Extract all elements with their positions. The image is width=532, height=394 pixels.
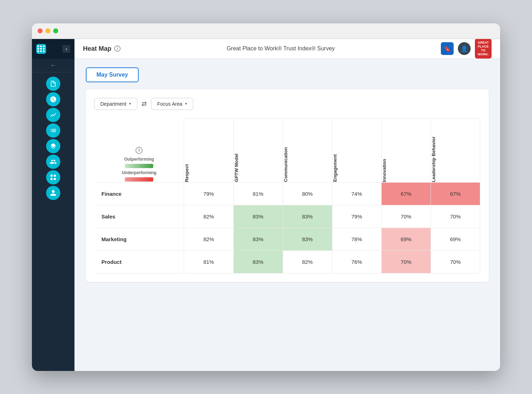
marketing-leadership: 69% <box>431 228 480 250</box>
logo-dot <box>37 50 39 52</box>
maximize-button[interactable] <box>53 28 58 33</box>
product-respect: 81% <box>184 250 233 273</box>
finance-gptw: 81% <box>233 182 283 205</box>
outperforming-label: Outperforming <box>124 157 154 162</box>
logo-dot <box>40 45 42 47</box>
product-communication: 82% <box>283 250 332 273</box>
marketing-gptw: 83% <box>233 228 283 250</box>
sidebar-items <box>32 72 74 204</box>
col-header-innovation: Innovation <box>381 118 431 182</box>
sidebar-item-chart[interactable] <box>46 108 60 122</box>
survey-title: Great Place to Work® Trust Index® Survey <box>227 45 335 52</box>
underperforming-bar <box>125 177 153 182</box>
table-row: Finance 79% 81% 80% 74% 67% 67% <box>94 182 480 205</box>
survey-tab[interactable]: May Survey <box>86 67 139 82</box>
logo-dot <box>37 48 39 50</box>
heatmap-tbody: Finance 79% 81% 80% 74% 67% 67% Sales <box>94 182 480 273</box>
gptw-line3: To <box>478 49 489 52</box>
sidebar-item-reports[interactable] <box>46 77 60 91</box>
svg-rect-1 <box>54 174 56 177</box>
header-title-area: Heat Map ℹ <box>83 45 121 52</box>
product-gptw: 83% <box>233 250 283 273</box>
marketing-respect: 82% <box>184 228 233 250</box>
sidebar-item-history[interactable] <box>46 92 60 106</box>
col-header-gptw-model: GPTW Model <box>233 118 283 182</box>
sidebar-item-people[interactable] <box>46 155 60 169</box>
focus-area-filter-label: Focus Area <box>157 101 182 107</box>
logo-dot <box>43 45 45 47</box>
app-window: › ← <box>32 23 500 371</box>
sidebar: › ← <box>32 39 74 371</box>
sidebar-item-user[interactable] <box>46 186 60 200</box>
department-label-product: Product <box>94 250 184 273</box>
sidebar-logo <box>36 44 46 54</box>
table-row: Sales 82% 83% 83% 79% 70% 70% <box>94 205 480 228</box>
sidebar-item-heatmap[interactable] <box>46 170 60 184</box>
department-filter-label: Department <box>100 101 126 107</box>
marketing-engagement: 78% <box>332 228 381 250</box>
product-engagement: 76% <box>332 250 381 273</box>
product-leadership: 70% <box>431 250 480 273</box>
col-header-innovation-text: Innovation <box>382 159 387 182</box>
department-label-sales: Sales <box>94 205 184 228</box>
finance-respect: 79% <box>184 182 233 205</box>
marketing-communication: 83% <box>283 228 332 250</box>
swap-icon[interactable]: ⇄ <box>142 100 147 108</box>
department-label-finance: Finance <box>94 182 184 205</box>
logo-dot <box>40 50 42 52</box>
header: Heat Map ℹ Great Place to Work® Trust In… <box>74 39 500 59</box>
sales-innovation: 70% <box>381 205 431 228</box>
sidebar-top: › <box>32 39 74 59</box>
back-arrow-icon[interactable]: ← <box>50 62 56 69</box>
gptw-line4: Work. <box>478 52 489 56</box>
gptw-logo[interactable]: Great Place To Work. <box>475 39 492 59</box>
sidebar-item-list[interactable] <box>46 123 60 138</box>
col-header-communication: Communication <box>283 118 332 182</box>
survey-tab-bar: May Survey <box>86 67 489 82</box>
bookmark-button[interactable]: 🔖 <box>441 42 454 55</box>
logo-dot <box>43 48 45 50</box>
filter-row: Department ▾ ⇄ Focus Area ▾ <box>94 98 480 110</box>
header-center: Great Place to Work® Trust Index® Survey <box>126 45 435 52</box>
finance-communication: 80% <box>283 182 332 205</box>
logo-icon <box>36 44 46 54</box>
col-header-communication-text: Communication <box>283 147 289 182</box>
page-title: Heat Map <box>83 45 111 52</box>
finance-leadership: 67% <box>431 182 480 205</box>
focus-area-chevron-icon: ▾ <box>185 101 187 106</box>
gptw-line2: Place <box>478 45 489 49</box>
svg-rect-3 <box>54 178 56 180</box>
user-icon: 👤 <box>461 45 468 52</box>
finance-innovation: 67% <box>381 182 431 205</box>
col-header-engagement: Engagement <box>332 118 381 182</box>
logo-dot <box>37 45 39 47</box>
legend-cell: ℹ Outperforming Underperforming <box>94 118 184 182</box>
sales-engagement: 79% <box>332 205 381 228</box>
department-filter-button[interactable]: Department ▾ <box>94 98 137 110</box>
minimize-button[interactable] <box>45 28 50 33</box>
sidebar-back: ← <box>32 59 74 72</box>
table-row: Marketing 82% 83% 83% 78% 69% 69% <box>94 228 480 250</box>
info-icon[interactable]: ℹ <box>114 45 121 52</box>
heatmap-container: Department ▾ ⇄ Focus Area ▾ <box>86 89 489 282</box>
logo-dot <box>43 50 45 52</box>
user-profile-button[interactable]: 👤 <box>458 42 471 55</box>
department-label-marketing: Marketing <box>94 228 184 250</box>
col-header-respect-text: Respect <box>184 164 190 182</box>
table-row: Product 81% 83% 82% 76% 70% 70% <box>94 250 480 273</box>
focus-area-filter-button[interactable]: Focus Area ▾ <box>151 98 193 110</box>
sidebar-item-layers[interactable] <box>46 139 60 153</box>
svg-rect-0 <box>51 174 53 177</box>
sales-communication: 83% <box>283 205 332 228</box>
logo-dot <box>40 48 42 50</box>
close-button[interactable] <box>38 28 43 33</box>
info-icon-symbol: ℹ <box>117 46 118 51</box>
main-content: Heat Map ℹ Great Place to Work® Trust In… <box>74 39 500 371</box>
sidebar-toggle-button[interactable]: › <box>62 45 70 53</box>
app-body: › ← <box>32 39 500 371</box>
heatmap-table: ℹ Outperforming Underperforming Respect <box>94 118 480 273</box>
titlebar <box>32 23 500 39</box>
legend-info-icon: ℹ <box>135 147 143 154</box>
col-header-leadership-text: Leadership Behavior <box>431 137 437 182</box>
sales-respect: 82% <box>184 205 233 228</box>
